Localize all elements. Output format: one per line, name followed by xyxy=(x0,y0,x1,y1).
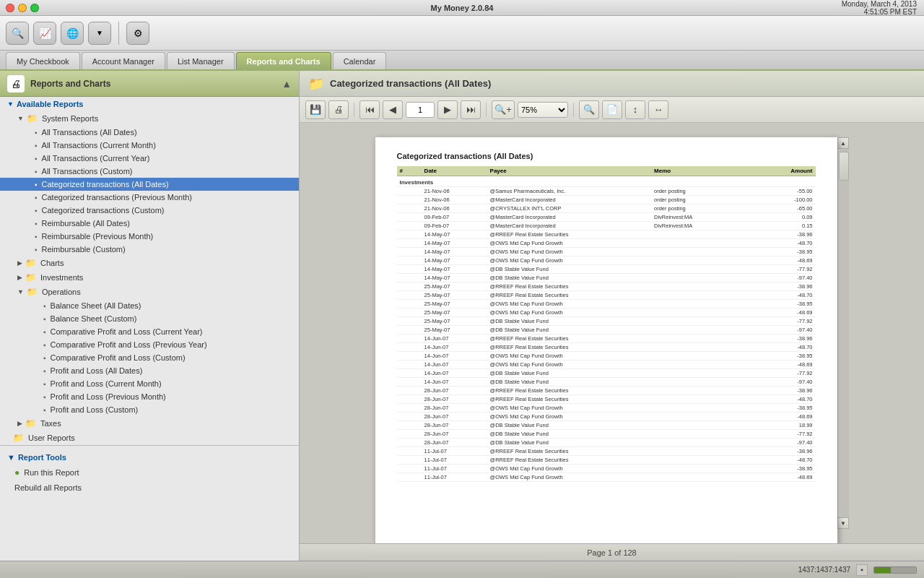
save-button[interactable]: 💾 xyxy=(305,100,326,119)
cell-amount: -38.95 xyxy=(749,248,815,256)
table-row: 14-Jun-07 @DB Stable Value Fund -97.40 xyxy=(397,378,816,387)
tab-calendar[interactable]: Calendar xyxy=(333,52,387,69)
tab-account-manager[interactable]: Account Manager xyxy=(82,52,165,69)
cell-date: 28-Jun-07 xyxy=(422,404,487,413)
user-reports-folder-icon: 📁 xyxy=(13,433,24,443)
scroll-track[interactable] xyxy=(838,149,849,517)
charts-group[interactable]: ▶ 📁 Charts xyxy=(0,256,299,270)
cell-amount: -38.96 xyxy=(749,447,815,456)
close-button[interactable] xyxy=(6,4,14,12)
cell-date: 28-Jun-07 xyxy=(422,430,487,439)
available-reports-section[interactable]: ▼ Available Reports xyxy=(0,97,299,111)
search-button[interactable]: 🔍 xyxy=(579,100,599,119)
report-tools-header[interactable]: ▼ Report Tools xyxy=(0,450,299,465)
list-item[interactable]: ▪ Balance Sheet (All Dates) xyxy=(0,299,299,312)
operations-group[interactable]: ▼ 📁 Operations xyxy=(0,285,299,299)
first-page-button[interactable]: ⏮ xyxy=(359,100,380,119)
cell-date: 28-Jun-07 xyxy=(422,413,487,421)
single-page-button[interactable]: 📄 xyxy=(602,100,622,119)
list-item[interactable]: ▪ Categorized transactions (Custom) xyxy=(0,204,299,217)
system-reports-arrow: ▼ xyxy=(17,115,24,122)
taxes-group[interactable]: ▶ 📁 Taxes xyxy=(0,416,299,431)
cell-date: 11-Jul-07 xyxy=(422,473,487,482)
scroll-down-button[interactable]: ▼ xyxy=(837,517,849,529)
list-item[interactable]: ▪ Categorized transactions (Previous Mon… xyxy=(0,191,299,204)
bottom-icon-1[interactable]: ▪ xyxy=(856,564,868,576)
cell-date: 14-Jun-07 xyxy=(422,335,487,343)
cell-memo xyxy=(651,291,749,300)
minimize-button[interactable] xyxy=(18,4,27,12)
list-item[interactable]: ▪ Comparative Profit and Loss (Previous … xyxy=(0,338,299,351)
table-row: 14-Jun-07 @RREEF Real Estate Securities … xyxy=(397,343,816,352)
cell-memo xyxy=(651,447,749,456)
prev-page-button[interactable]: ◀ xyxy=(383,100,403,119)
chart-icon[interactable]: 📈 xyxy=(33,22,56,45)
cell-memo xyxy=(651,256,749,265)
scroll-up-button[interactable]: ▲ xyxy=(837,137,849,149)
ops-icon-6: ▪ xyxy=(43,380,46,388)
cell-amount: -77.92 xyxy=(749,317,815,326)
last-page-button[interactable]: ⏭ xyxy=(461,100,481,119)
cell-num xyxy=(397,256,422,265)
cell-amount: -77.92 xyxy=(749,430,815,439)
table-row: 25-May-07 @DB Stable Value Fund -77.92 xyxy=(397,317,816,326)
fit-height-button[interactable]: ↕ xyxy=(625,100,645,119)
list-item[interactable]: ▪ All Transactions (Custom) xyxy=(0,165,299,178)
zoom-select[interactable]: 75% 50% 100% 125% 150% xyxy=(518,102,568,118)
table-row: Investments xyxy=(397,176,816,187)
search-icon[interactable]: 🔍 xyxy=(6,22,29,45)
date-display: Monday, March 4, 2013 xyxy=(842,0,917,8)
run-report-item[interactable]: ● Run this Report xyxy=(0,465,299,480)
next-page-button[interactable]: ▶ xyxy=(437,100,458,119)
ops-icon-0: ▪ xyxy=(43,302,46,310)
taxes-folder-icon: 📁 xyxy=(25,418,36,428)
nav-dropdown[interactable]: ▼ xyxy=(88,22,111,45)
table-row: 28-Jun-07 @DB Stable Value Fund -77.92 xyxy=(397,430,816,439)
main-toolbar: 🔍 📈 🌐 ▼ ⚙ xyxy=(0,16,924,51)
tab-list-manager[interactable]: List Manager xyxy=(167,52,235,69)
maximize-button[interactable] xyxy=(30,4,39,12)
tab-checkbook[interactable]: My Checkbook xyxy=(6,52,80,69)
list-item[interactable]: ▪ Comparative Profit and Loss (Current Y… xyxy=(0,325,299,338)
tabs-row: My Checkbook Account Manager List Manage… xyxy=(0,51,924,71)
list-item[interactable]: ▪ All Transactions (Current Year) xyxy=(0,152,299,165)
page-input[interactable] xyxy=(406,102,435,118)
list-item[interactable]: ▪ Reimbursable (Previous Month) xyxy=(0,230,299,243)
title-bar: My Money 2.0.84 Monday, March 4, 2013 4:… xyxy=(0,0,924,16)
progress-bar xyxy=(873,566,917,574)
sidebar-collapse-button[interactable]: ▲ xyxy=(282,78,292,90)
rebuild-reports-item[interactable]: Rebuild all Reports xyxy=(0,480,299,495)
settings-icon[interactable]: ⚙ xyxy=(126,22,149,45)
user-reports-group[interactable]: 📁 User Reports xyxy=(0,431,299,445)
zoom-in-button[interactable]: 🔍+ xyxy=(492,100,515,119)
cell-date: 11-Jul-07 xyxy=(422,465,487,473)
sidebar-scroll-area[interactable]: ▼ Available Reports ▼ 📁 System Reports ▪… xyxy=(0,97,299,561)
cell-num xyxy=(397,222,422,230)
list-item[interactable]: ▪ Profit and Loss (Custom) xyxy=(0,403,299,416)
cat-trans-all-item[interactable]: ▪ Categorized transactions (All Dates) xyxy=(0,178,299,191)
cell-date: 14-Jun-07 xyxy=(422,361,487,369)
taxes-arrow: ▶ xyxy=(17,420,22,427)
vertical-scrollbar[interactable]: ▲ ▼ xyxy=(837,137,849,529)
cell-memo xyxy=(651,430,749,439)
table-row: 25-May-07 @DB Stable Value Fund -97.40 xyxy=(397,326,816,335)
list-item[interactable]: ▪ Balance Sheet (Custom) xyxy=(0,312,299,325)
report-content[interactable]: Categorized transactions (All Dates) # D… xyxy=(300,123,924,543)
list-item[interactable]: ▪ Reimbursable (All Dates) xyxy=(0,217,299,230)
cell-num xyxy=(397,317,422,326)
scroll-thumb[interactable] xyxy=(839,152,849,181)
system-reports-group[interactable]: ▼ 📁 System Reports xyxy=(0,111,299,126)
list-item[interactable]: ▪ Profit and Loss (Current Month) xyxy=(0,377,299,390)
list-item[interactable]: ▪ Comparative Profit and Loss (Custom) xyxy=(0,351,299,364)
list-item[interactable]: ▪ Reimbursable (Custom) xyxy=(0,243,299,256)
fit-width-button[interactable]: ↔ xyxy=(648,100,668,119)
print-button[interactable]: 🖨 xyxy=(328,100,349,119)
list-item[interactable]: ▪ All Transactions (Current Month) xyxy=(0,139,299,152)
nav-icon[interactable]: 🌐 xyxy=(61,22,84,45)
investments-group[interactable]: ▶ 📁 Investments xyxy=(0,270,299,285)
list-item[interactable]: ▪ Profit and Loss (All Dates) xyxy=(0,364,299,377)
cell-date: 14-Jun-07 xyxy=(422,369,487,378)
list-item[interactable]: ▪ Profit and Loss (Previous Month) xyxy=(0,390,299,403)
list-item[interactable]: ▪ All Transactions (All Dates) xyxy=(0,126,299,139)
tab-reports[interactable]: Reports and Charts xyxy=(236,52,331,69)
